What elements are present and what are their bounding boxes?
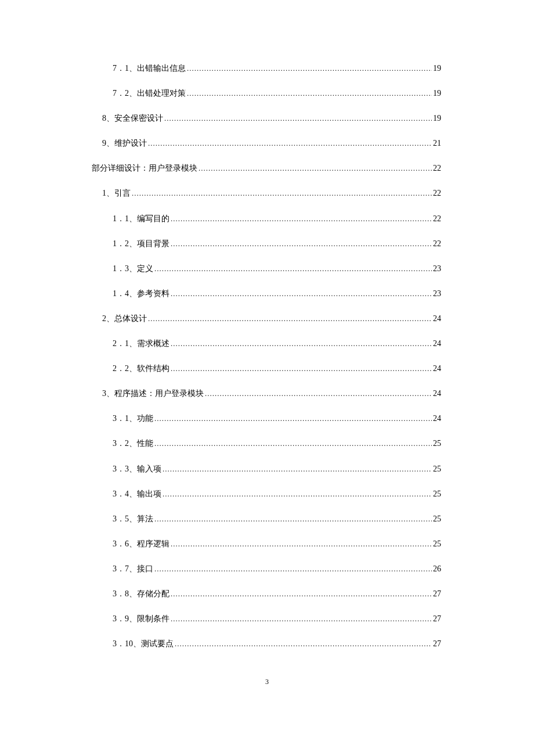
toc-entry[interactable]: 3．4、输出项.................................…: [113, 488, 441, 500]
toc-entry-leader: ........................................…: [175, 639, 432, 649]
toc-entry-title: 3．4、输出项: [113, 488, 161, 500]
toc-entry-leader: ........................................…: [154, 264, 432, 274]
toc-entry-leader: ........................................…: [164, 113, 432, 124]
toc-entry-page: 24: [433, 388, 441, 399]
toc-entry[interactable]: 1、引言....................................…: [102, 188, 441, 199]
toc-entry-leader: ........................................…: [171, 214, 432, 224]
toc-entry-leader: ........................................…: [132, 188, 432, 199]
toc-entry-page: 25: [433, 488, 441, 500]
toc-entry-leader: ........................................…: [163, 464, 432, 474]
toc-entry-page: 22: [433, 163, 441, 174]
toc-entry-leader: ........................................…: [187, 88, 432, 99]
toc-entry-leader: ........................................…: [171, 289, 432, 299]
toc-entry-title: 部分详细设计：用户登录模块: [92, 163, 197, 174]
toc-entry-title: 3．8、存储分配: [113, 588, 169, 600]
toc-container: 7．1、出错输出信息..............................…: [92, 63, 441, 663]
toc-entry[interactable]: 3、程序描述：用户登录模块...........................…: [102, 388, 441, 399]
toc-entry-leader: ........................................…: [187, 63, 432, 74]
toc-entry-title: 8、安全保密设计: [102, 113, 163, 124]
toc-entry-title: 3、程序描述：用户登录模块: [102, 388, 204, 399]
toc-entry-page: 25: [433, 463, 441, 475]
toc-entry[interactable]: 3．6、程序逻辑................................…: [113, 538, 441, 550]
toc-entry[interactable]: 1．3、定义..................................…: [113, 263, 441, 275]
toc-entry-title: 1．4、参考资料: [113, 288, 169, 300]
toc-entry-page: 22: [433, 238, 441, 250]
toc-entry-page: 22: [433, 188, 441, 199]
toc-entry-page: 27: [433, 613, 441, 625]
toc-entry-page: 21: [433, 138, 441, 149]
toc-entry-title: 2．2、软件结构: [113, 363, 169, 375]
toc-entry-title: 1．2、项目背景: [113, 238, 169, 250]
toc-entry-leader: ........................................…: [148, 138, 432, 149]
toc-entry-page: 23: [433, 288, 441, 300]
page-number: 3: [265, 678, 269, 686]
toc-entry[interactable]: 8、安全保密设计................................…: [102, 113, 441, 124]
toc-entry-page: 24: [433, 363, 441, 375]
toc-entry[interactable]: 7．1、出错输出信息..............................…: [113, 63, 441, 74]
toc-entry-page: 19: [433, 88, 441, 99]
toc-entry[interactable]: 1．4、参考资料................................…: [113, 288, 441, 300]
toc-entry-page: 23: [433, 263, 441, 275]
toc-entry-leader: ........................................…: [205, 388, 432, 399]
toc-entry-title: 3．7、接口: [113, 563, 153, 575]
toc-entry-page: 27: [433, 588, 441, 600]
toc-entry[interactable]: 3．8、存储分配................................…: [113, 588, 441, 600]
toc-entry-leader: ........................................…: [171, 339, 432, 349]
toc-entry-page: 19: [433, 113, 441, 124]
toc-entry-leader: ........................................…: [154, 514, 432, 524]
toc-entry-leader: ........................................…: [163, 489, 432, 499]
toc-entry-title: 3．3、输入项: [113, 463, 161, 475]
toc-entry-page: 19: [433, 63, 441, 74]
toc-entry-leader: ........................................…: [148, 314, 432, 324]
toc-entry[interactable]: 1．1、编写目的................................…: [113, 213, 441, 225]
toc-entry-page: 25: [433, 438, 441, 449]
toc-entry-title: 7．1、出错输出信息: [113, 63, 186, 74]
toc-entry-leader: ........................................…: [171, 239, 432, 249]
toc-entry[interactable]: 2．2、软件结构................................…: [113, 363, 441, 375]
toc-entry-page: 26: [433, 563, 441, 575]
toc-entry[interactable]: 2．1、需求概述................................…: [113, 338, 441, 350]
toc-entry[interactable]: 3．2、性能..................................…: [113, 438, 441, 449]
toc-entry-title: 3．9、限制条件: [113, 613, 169, 625]
toc-entry-leader: ........................................…: [171, 589, 432, 599]
toc-entry-title: 7．2、出错处理对策: [113, 88, 186, 99]
toc-entry-title: 2、总体设计: [102, 313, 147, 325]
toc-entry-leader: ........................................…: [199, 163, 432, 174]
toc-entry-title: 3．6、程序逻辑: [113, 538, 169, 550]
toc-entry-title: 3．10、测试要点: [113, 638, 174, 650]
toc-entry[interactable]: 9、维护设计..................................…: [102, 138, 441, 149]
toc-entry-title: 1．1、编写目的: [113, 213, 169, 225]
toc-entry-leader: ........................................…: [154, 564, 432, 574]
toc-entry-leader: ........................................…: [171, 539, 432, 549]
toc-entry-title: 3．2、性能: [113, 438, 153, 449]
toc-entry[interactable]: 3．9、限制条件................................…: [113, 613, 441, 625]
toc-entry-title: 1、引言: [102, 188, 131, 199]
toc-entry[interactable]: 3．7、接口..................................…: [113, 563, 441, 575]
toc-entry-page: 27: [433, 638, 441, 650]
toc-entry-page: 24: [433, 313, 441, 325]
toc-entry-title: 3．1、功能: [113, 413, 153, 424]
toc-entry-title: 1．3、定义: [113, 263, 153, 275]
toc-entry[interactable]: 3．3、输入项.................................…: [113, 463, 441, 475]
toc-entry-page: 25: [433, 513, 441, 525]
toc-entry-leader: ........................................…: [154, 438, 432, 449]
toc-entry[interactable]: 7．2、出错处理对策..............................…: [113, 88, 441, 99]
toc-entry[interactable]: 1．2、项目背景................................…: [113, 238, 441, 250]
toc-entry-page: 22: [433, 213, 441, 225]
toc-entry-title: 9、维护设计: [102, 138, 147, 149]
toc-entry-leader: ........................................…: [171, 363, 432, 374]
toc-entry-title: 2．1、需求概述: [113, 338, 169, 350]
toc-entry-leader: ........................................…: [171, 614, 432, 624]
toc-entry-title: 3．5、算法: [113, 513, 153, 525]
toc-entry-page: 25: [433, 538, 441, 550]
toc-entry-page: 24: [433, 413, 441, 424]
toc-entry[interactable]: 3．10、测试要点...............................…: [113, 638, 441, 650]
toc-entry[interactable]: 3．5、算法..................................…: [113, 513, 441, 525]
toc-entry[interactable]: 3．1、功能..................................…: [113, 413, 441, 424]
toc-entry[interactable]: 部分详细设计：用户登录模块...........................…: [92, 163, 441, 174]
toc-entry-leader: ........................................…: [154, 413, 432, 424]
toc-entry-page: 24: [433, 338, 441, 350]
toc-entry[interactable]: 2、总体设计..................................…: [102, 313, 441, 325]
